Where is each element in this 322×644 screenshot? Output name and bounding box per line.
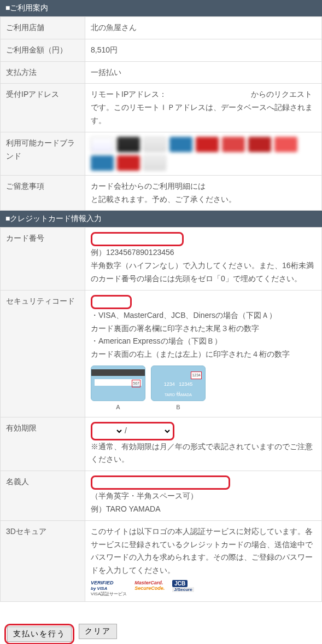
- card-logo-icon: [91, 155, 114, 171]
- name-help: （半角英字・半角スペース可）: [91, 491, 198, 500]
- notice-value: カード会社からのご利用明細には と記載されます。予め、ご了承ください。: [85, 175, 322, 211]
- expiry-help: ※通常、有効期限は月／年の形式で表記されていますのでご注意ください。: [91, 442, 313, 464]
- cardnum-example: 例）1234567890123456: [91, 248, 174, 257]
- cvv-4digit-sample: 1234: [191, 372, 202, 379]
- mastercard-logo-icon: [117, 137, 140, 152]
- card-a-label: A: [91, 402, 145, 413]
- cardnum-label: カード番号: [1, 228, 85, 290]
- submit-payment-button[interactable]: 支払いを行う: [7, 626, 72, 642]
- ip-value: リモートIPアドレス： からのリクエストです。このリモートＩＰアドレスは、データ…: [85, 84, 322, 132]
- amount-label: ご利用金額（円）: [1, 39, 85, 61]
- card-logo-icon: [248, 137, 271, 152]
- 3dsecure-help: このサイトは以下ロゴの本人認証サービスに対応しています。各サービスに登録されてい…: [91, 527, 313, 575]
- cvv-help-line: カード裏面の署名欄に印字された末尾３桁の数字: [91, 324, 259, 333]
- payment-method-value: 一括払い: [85, 61, 322, 84]
- expiry-month-select[interactable]: [93, 424, 124, 438]
- cvv-illustration: 567 A 1234 1234 1234512 TARO YAMADA B: [91, 365, 316, 413]
- cvv-help-line: ・American Expressの場合（下図Ｂ）: [91, 336, 222, 345]
- visa-logo-icon: [91, 137, 114, 152]
- card-logo-icon: [196, 137, 219, 152]
- store-value: 北の魚屋さん: [85, 17, 322, 39]
- cvv-help-line: カード表面の右上（または左上）に印字された４桁の数字: [91, 350, 290, 358]
- cardholder-name-input[interactable]: [91, 475, 230, 490]
- ip-label: 受付IPアドレス: [1, 84, 85, 132]
- payment-method-label: 支払方法: [1, 61, 85, 84]
- diners-logo-icon: [169, 137, 192, 152]
- cardholder-name-label: 名義人: [1, 471, 85, 521]
- amount-value: 8,510円: [85, 39, 322, 61]
- expiry-label: 有効期限: [1, 417, 85, 471]
- mastercard-securecode-logo-icon: MasterCard. SecureCode.: [134, 581, 165, 597]
- card-logo-icon: [117, 155, 140, 171]
- cvv-label: セキュリティコード: [1, 290, 85, 417]
- expiry-slash: /: [124, 425, 128, 438]
- card-logo-icon: [143, 155, 166, 171]
- verified-by-visa-logo-icon: VERIFIED by VISA VISA認証サービス: [91, 581, 127, 597]
- cardnum-help: 半角数字（ハイフンなし）で入力してください。また、16桁未満のカード番号の場合に…: [91, 261, 314, 283]
- cvv-help-line: ・VISA、MasterCard、JCB、Dinersの場合（下図Ａ）: [91, 311, 277, 320]
- card-logo-icon: [222, 137, 245, 152]
- usage-guide-header: ■ご利用案内: [0, 0, 322, 16]
- card-front-illustration: 1234 1234 1234512 TARO YAMADA: [151, 365, 206, 401]
- store-label: ご利用店舗: [1, 17, 85, 39]
- expiry-year-select[interactable]: [128, 424, 172, 438]
- 3dsecure-label: 3Dセキュア: [1, 520, 85, 601]
- card-number-input[interactable]: [91, 232, 184, 246]
- brands-label: 利用可能カードブランド: [1, 132, 85, 175]
- 3dsecure-logos: VERIFIED by VISA VISA認証サービス MasterCard. …: [91, 581, 316, 597]
- action-button-row: 支払いを行う クリア: [4, 624, 322, 644]
- jcb-logo-icon: [143, 137, 166, 152]
- name-example: 例）TARO YAMADA: [91, 504, 161, 513]
- card-logo-icon: [274, 137, 297, 152]
- card-brand-logos: [91, 137, 316, 171]
- card-b-label: B: [151, 402, 206, 413]
- brands-value: [85, 132, 322, 175]
- card-back-illustration: 567: [91, 365, 145, 401]
- security-code-input[interactable]: [91, 295, 132, 309]
- cc-input-table: カード番号 例）1234567890123456 半角数字（ハイフンなし）で入力…: [0, 227, 322, 601]
- usage-guide-table: ご利用店舗 北の魚屋さん ご利用金額（円） 8,510円 支払方法 一括払い 受…: [0, 16, 322, 211]
- clear-button[interactable]: クリア: [79, 624, 117, 639]
- cc-input-header: ■クレジットカード情報入力: [0, 211, 322, 227]
- cvv-3digit-sample: 567: [132, 380, 140, 387]
- jcb-jsecure-logo-icon: JCB J/Secure: [172, 581, 194, 597]
- notice-label: ご留意事項: [1, 175, 85, 211]
